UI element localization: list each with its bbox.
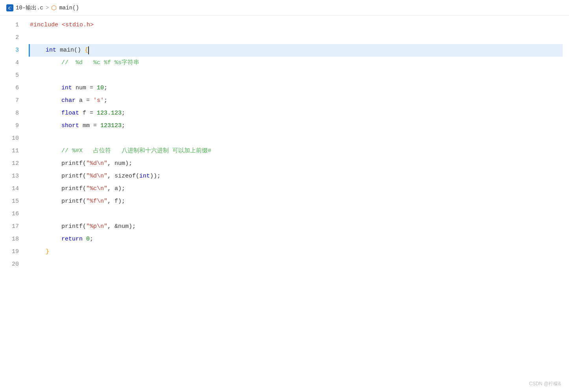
token-plain: ; [104,94,107,107]
code-line: printf("%c\n", a); [30,183,563,195]
line-number: 1 [5,19,19,31]
editor-container: C 10-输出.c > ⬡ main() 1234567891011121314… [0,0,569,392]
code-line: printf("%f\n", f); [30,195,563,208]
token-plain: printf( [61,157,86,170]
token-kw: float [61,107,79,120]
code-line [30,69,563,82]
code-line: // %#X 占位符 八进制和十六进制 可以加上前缀# [30,145,563,157]
token-plain: printf( [61,220,86,233]
token-num: 123123 [100,120,122,132]
token-plain: , &num); [107,220,136,233]
line-number: 8 [5,107,19,120]
breadcrumb-function: main() [59,5,79,11]
token-pp: #include <stdio.h> [30,19,94,31]
breadcrumb-file[interactable]: 10-输出.c [16,4,43,11]
token-kw: char [61,94,76,107]
function-icon: ⬡ [51,4,57,12]
line-number: 11 [5,145,19,157]
token-num: 10 [97,82,104,94]
line-number: 9 [5,120,19,132]
token-plain: , sizeof( [107,170,139,183]
token-plain: ; [90,233,93,246]
token-plain: , num); [107,157,132,170]
text-cursor [88,46,89,54]
line-number: 7 [5,94,19,107]
line-number: 16 [5,208,19,220]
token-str: "%d\n" [86,157,107,170]
token-plain: printf( [61,183,86,195]
token-plain: mm = [79,120,100,132]
line-number: 10 [5,132,19,145]
token-str: "%d\n" [86,170,107,183]
code-line: float f = 123.123; [30,107,563,120]
breadcrumb-bar: C 10-输出.c > ⬡ main() [0,0,569,16]
code-line: printf("%d\n", sizeof(int)); [30,170,563,183]
token-paren: { [85,44,88,57]
code-line [30,31,563,44]
line-number: 4 [5,57,19,69]
token-plain: f = [79,107,97,120]
token-kw: int [139,170,150,183]
line-number: 3 [5,44,19,57]
token-str: "%p\n" [86,220,107,233]
token-plain: ; [122,107,125,120]
token-plain: )); [150,170,161,183]
code-line: return 0; [30,233,563,246]
breadcrumb-separator: > [46,5,49,11]
code-line: // %d %c %f %s字符串 [30,57,563,69]
line-number: 2 [5,31,19,44]
line-number: 17 [5,220,19,233]
code-lines[interactable]: #include <stdio.h>int main() {// %d %c %… [24,19,569,389]
line-number: 15 [5,195,19,208]
line-number: 19 [5,246,19,258]
token-plain: , a); [107,183,125,195]
code-line [30,208,563,220]
line-numbers: 1234567891011121314151617181920 [0,19,24,389]
code-area: 1234567891011121314151617181920 #include… [0,16,569,392]
token-plain: ; [104,82,107,94]
token-num: 123.123 [97,107,122,120]
code-line [30,258,563,271]
code-line: int main() { [29,44,563,57]
token-plain: num = [72,82,97,94]
token-str: 's' [93,94,104,107]
token-str: "%c\n" [86,183,107,195]
code-line [30,132,563,145]
token-plain: a = [76,94,93,107]
token-str: "%f\n" [86,195,107,208]
c-language-icon: C [6,4,13,11]
code-line: short mm = 123123; [30,120,563,132]
token-kw: short [61,120,79,132]
code-line: int num = 10; [30,82,563,94]
code-line: printf("%p\n", &num); [30,220,563,233]
token-kw: int [61,82,72,94]
code-line: #include <stdio.h> [30,19,563,31]
token-kw: return [61,233,83,246]
line-number: 13 [5,170,19,183]
token-plain [83,233,86,246]
token-plain: printf( [61,195,86,208]
token-num: 0 [86,233,90,246]
line-number: 20 [5,258,19,271]
token-plain: , f); [107,195,125,208]
line-number: 5 [5,69,19,82]
line-number: 18 [5,233,19,246]
token-plain: main() [56,44,85,57]
token-paren: } [46,246,49,258]
token-plain: printf( [61,170,86,183]
code-line: printf("%d\n", num); [30,157,563,170]
code-line: } [30,246,563,258]
token-plain: ; [122,120,125,132]
watermark: CSDN @柠檬& [529,381,561,387]
token-cm: // %d %c %f %s字符串 [61,57,139,69]
token-cm: // %#X 占位符 八进制和十六进制 可以加上前缀# [61,145,211,157]
token-kw: int [46,44,56,57]
code-line: char a = 's'; [30,94,563,107]
line-number: 6 [5,82,19,94]
line-number: 14 [5,183,19,195]
line-number: 12 [5,157,19,170]
